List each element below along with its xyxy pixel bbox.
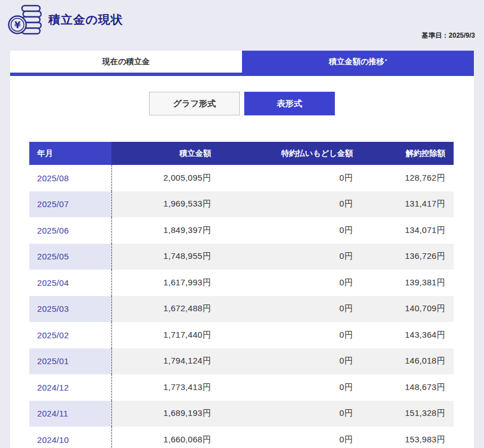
amount-cell: 1,617,993円 <box>111 270 219 296</box>
tab-current-reserve-label: 現在の積立金 <box>102 57 150 67</box>
amount-cell: 151,328円 <box>361 401 454 427</box>
amount-cell: 2,005,095円 <box>111 165 219 191</box>
table-row: 2025/021,717,440円0円143,364円 <box>29 322 454 348</box>
table-row: 2025/061,849,397円0円134,071円 <box>29 217 454 244</box>
table-body: 2025/082,005,095円0円128,762円2025/071,969,… <box>29 165 454 448</box>
amount-cell: 143,364円 <box>361 322 454 348</box>
amount-cell: 136,726円 <box>361 244 454 270</box>
amount-cell: 0円 <box>219 270 361 296</box>
amount-cell: 0円 <box>219 244 361 270</box>
svg-text:¥: ¥ <box>14 20 20 30</box>
graph-format-button[interactable]: グラフ形式 <box>149 92 240 115</box>
tab-current-reserve[interactable]: 現在の積立金 <box>10 51 242 73</box>
amount-cell: 1,969,533円 <box>111 191 219 218</box>
table-row: 2025/071,969,533円0円131,417円 <box>29 191 454 218</box>
content-panel: 現在の積立金 積立金額の推移* グラフ形式 表形式 年月 積立金額 特約払いもど… <box>10 51 474 448</box>
year-month-cell[interactable]: 2025/07 <box>29 191 111 218</box>
amount-cell: 153,983円 <box>361 427 454 448</box>
tab-underline <box>10 73 474 76</box>
amount-cell: 131,417円 <box>361 191 454 218</box>
amount-cell: 1,794,124円 <box>111 348 219 375</box>
amount-cell: 0円 <box>219 348 361 375</box>
amount-cell: 0円 <box>219 165 361 191</box>
table-row: 2024/121,773,413円0円148,673円 <box>29 374 454 401</box>
amount-cell: 1,672,488円 <box>111 296 219 322</box>
tab-asterisk: * <box>385 58 387 64</box>
amount-cell: 1,660,068円 <box>111 427 219 448</box>
amount-cell: 0円 <box>219 217 361 244</box>
amount-cell: 0円 <box>219 374 361 401</box>
amount-cell: 1,717,440円 <box>111 322 219 348</box>
table-format-button[interactable]: 表形式 <box>244 92 335 115</box>
year-month-cell[interactable]: 2025/04 <box>29 270 111 296</box>
column-header-surrender-deduction: 解約控除額 <box>361 142 454 165</box>
tab-reserve-trend-label: 積立金額の推移 <box>329 57 384 67</box>
table-header-row: 年月 積立金額 特約払いもどし金額 解約控除額 <box>29 142 454 165</box>
year-month-cell[interactable]: 2025/03 <box>29 296 111 322</box>
tab-reserve-trend[interactable]: 積立金額の推移* <box>242 51 474 73</box>
amount-cell: 1,689,193円 <box>111 401 219 427</box>
table-row: 2025/011,794,124円0円146,018円 <box>29 348 454 375</box>
year-month-cell[interactable]: 2025/05 <box>29 244 111 270</box>
brand-block: ¥ 積立金の現状 <box>0 0 484 35</box>
tab-bar: 現在の積立金 積立金額の推移* <box>10 51 474 73</box>
amount-cell: 146,018円 <box>361 348 454 375</box>
amount-cell: 0円 <box>219 296 361 322</box>
table-row: 2025/031,672,488円0円140,709円 <box>29 296 454 322</box>
coin-stack-yen-icon: ¥ <box>8 5 42 35</box>
amount-cell: 0円 <box>219 401 361 427</box>
year-month-cell[interactable]: 2024/11 <box>29 401 111 427</box>
year-month-cell[interactable]: 2025/06 <box>29 217 111 244</box>
column-header-year-month: 年月 <box>29 142 111 165</box>
amount-cell: 140,709円 <box>361 296 454 322</box>
amount-cell: 148,673円 <box>361 374 454 401</box>
year-month-cell[interactable]: 2024/10 <box>29 427 111 448</box>
column-header-reserve-amount: 積立金額 <box>111 142 219 165</box>
column-header-rider-refund: 特約払いもどし金額 <box>219 142 361 165</box>
amount-cell: 1,748,955円 <box>111 244 219 270</box>
page-header: ¥ 積立金の現状 基準日：2025/9/3 <box>0 0 484 51</box>
amount-cell: 134,071円 <box>361 217 454 244</box>
amount-cell: 0円 <box>219 427 361 448</box>
year-month-cell[interactable]: 2025/01 <box>29 348 111 375</box>
year-month-cell[interactable]: 2024/12 <box>29 374 111 401</box>
year-month-cell[interactable]: 2025/02 <box>29 322 111 348</box>
view-format-toggle: グラフ形式 表形式 <box>10 92 474 115</box>
reserve-history-table: 年月 積立金額 特約払いもどし金額 解約控除額 2025/082,005,095… <box>29 142 454 448</box>
table-row: 2024/111,689,193円0円151,328円 <box>29 401 454 427</box>
table-row: 2025/051,748,955円0円136,726円 <box>29 244 454 270</box>
amount-cell: 128,762円 <box>361 165 454 191</box>
amount-cell: 1,849,397円 <box>111 217 219 244</box>
page-title: 積立金の現状 <box>48 12 123 28</box>
amount-cell: 1,773,413円 <box>111 374 219 401</box>
year-month-cell[interactable]: 2025/08 <box>29 165 111 191</box>
amount-cell: 139,381円 <box>361 270 454 296</box>
table-row: 2024/101,660,068円0円153,983円 <box>29 427 454 448</box>
table-row: 2025/041,617,993円0円139,381円 <box>29 270 454 296</box>
amount-cell: 0円 <box>219 191 361 218</box>
amount-cell: 0円 <box>219 322 361 348</box>
table-row: 2025/082,005,095円0円128,762円 <box>29 165 454 191</box>
base-date-label: 基準日：2025/9/3 <box>422 31 475 41</box>
